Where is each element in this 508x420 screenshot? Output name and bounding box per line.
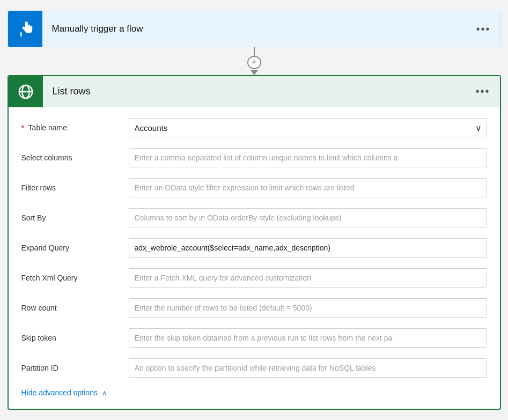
table-name-select-wrapper: Accounts ∨ [129, 118, 487, 137]
list-rows-icon [9, 76, 43, 107]
label-expand-query: Expand Query [21, 244, 129, 252]
dataverse-icon [18, 84, 34, 100]
filter-rows-input[interactable] [129, 178, 487, 197]
label-select-columns: Select columns [21, 153, 129, 162]
skip-token-input[interactable] [129, 328, 487, 348]
form-row-table-name: * Table name Accounts ∨ [21, 113, 487, 143]
partition-id-input[interactable] [129, 358, 487, 378]
list-rows-title: List rows [43, 86, 466, 97]
label-filter-rows: Filter rows [21, 183, 129, 192]
svg-rect-0 [20, 32, 22, 36]
form-row-partition-id: Partition ID [21, 353, 487, 383]
add-step-button[interactable]: + [247, 56, 261, 69]
fetch-xml-input[interactable] [129, 268, 487, 288]
connector: + [247, 47, 261, 75]
label-partition-id: Partition ID [21, 364, 129, 372]
label-table-name: * Table name [21, 123, 129, 132]
hide-advanced-button[interactable]: Hide advanced options [21, 388, 98, 397]
form-row-sort-by: Sort By [21, 203, 487, 233]
trigger-title: Manually trigger a flow [42, 24, 467, 34]
form-row-expand-query: Expand Query [21, 233, 487, 263]
connector-line-top [254, 47, 255, 56]
trigger-icon [8, 11, 42, 47]
page-wrapper: Manually trigger a flow ••• + List rows … [8, 11, 501, 410]
plus-icon: + [251, 57, 257, 68]
form-row-filter-rows: Filter rows [21, 173, 487, 203]
label-row-count: Row count [21, 304, 129, 312]
chevron-up-icon: ∧ [102, 389, 107, 397]
select-columns-input[interactable] [129, 148, 487, 167]
hand-icon [17, 20, 34, 38]
label-sort-by: Sort By [21, 213, 129, 222]
trigger-more-button[interactable]: ••• [466, 23, 500, 35]
list-rows-block: List rows ••• * Table name Accounts ∨ S [8, 75, 501, 410]
list-rows-more-button[interactable]: ••• [466, 85, 499, 98]
list-rows-header: List rows ••• [9, 76, 500, 107]
sort-by-input[interactable] [129, 208, 487, 227]
trigger-block: Manually trigger a flow ••• [8, 11, 501, 47]
form-row-skip-token: Skip token [21, 323, 487, 353]
form-row-row-count: Row count [21, 293, 487, 323]
form-body: * Table name Accounts ∨ Select columns F… [9, 107, 500, 409]
required-star: * [21, 123, 24, 132]
form-row-fetch-xml: Fetch Xml Query [21, 263, 487, 293]
row-count-input[interactable] [129, 298, 487, 318]
hide-advanced-row: Hide advanced options ∧ [21, 383, 487, 400]
form-row-select-columns: Select columns [21, 143, 487, 173]
label-skip-token: Skip token [21, 334, 129, 342]
label-fetch-xml: Fetch Xml Query [21, 274, 129, 282]
expand-query-input[interactable] [129, 238, 487, 257]
connector-arrow [251, 70, 258, 75]
table-name-select[interactable]: Accounts [129, 118, 487, 137]
